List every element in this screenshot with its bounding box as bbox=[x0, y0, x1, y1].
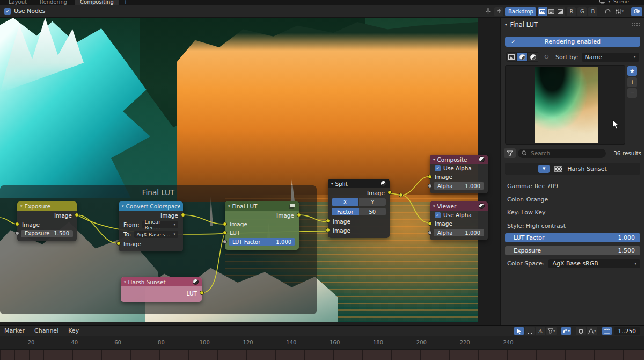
timeline-editor: MarkerChannelKey ⚠ ▾ ▾ ▾ 1..250 20406080… bbox=[0, 325, 644, 360]
node-composite[interactable]: ▾ Composite ✓ Use Alpha Image Alpha 1.00… bbox=[430, 155, 488, 193]
snap-icon[interactable]: ▾ bbox=[561, 327, 572, 335]
image-output-socket[interactable] bbox=[297, 213, 301, 217]
rendering-enabled-button[interactable]: ✓ Rendering enabled bbox=[505, 37, 640, 47]
ruler-tick-140: 140 bbox=[286, 340, 296, 345]
backdrop-toggle-button[interactable]: Backdrop bbox=[505, 7, 536, 16]
split-factor-slider[interactable]: Factor 50 bbox=[332, 208, 386, 215]
image-input-socket[interactable] bbox=[326, 219, 330, 223]
warning-icon[interactable]: ⚠ bbox=[536, 327, 545, 335]
timeline-menu-marker[interactable]: Marker bbox=[4, 327, 25, 334]
image-input-socket[interactable] bbox=[15, 222, 19, 226]
backdrop-color-button[interactable] bbox=[547, 7, 556, 16]
collapse-chevron-icon[interactable]: ▾ bbox=[124, 280, 126, 284]
view-sphere-color-icon[interactable] bbox=[517, 52, 528, 62]
backdrop-alpha-button[interactable] bbox=[556, 7, 565, 16]
tab-rendering[interactable]: Rendering bbox=[34, 0, 72, 5]
search-input-wrap[interactable] bbox=[518, 149, 606, 158]
alpha-input-socket[interactable] bbox=[428, 184, 432, 188]
collapse-chevron-icon[interactable]: ▾ bbox=[433, 204, 435, 208]
exposure-input-socket[interactable] bbox=[15, 231, 19, 235]
collapse-chevron-icon[interactable]: ▾ bbox=[122, 204, 124, 208]
expand-chevron-button[interactable]: ▼ bbox=[538, 165, 550, 173]
tab-layout[interactable]: Layout bbox=[3, 0, 32, 5]
add-workspace-button[interactable]: + bbox=[121, 0, 130, 5]
backdrop-green-button[interactable]: G bbox=[577, 7, 587, 16]
use-alpha-checkbox[interactable]: ✓ Use Alpha bbox=[435, 212, 472, 218]
image-input-socket[interactable] bbox=[428, 175, 432, 179]
image-input-socket[interactable] bbox=[326, 228, 330, 232]
node-harsh-sunset[interactable]: ▾ Harsh Sunset LUT bbox=[121, 277, 202, 302]
add-button[interactable]: + bbox=[627, 77, 637, 87]
workspace-tabs: LayoutRenderingCompositing+ bbox=[3, 0, 130, 5]
colorspace-select[interactable]: AgX Base sRGB ▾ bbox=[548, 259, 640, 268]
lut-factor-slider[interactable]: LUT Factor 1.000 bbox=[505, 233, 640, 242]
timeline-menu-key[interactable]: Key bbox=[68, 327, 79, 334]
select-tool-icon[interactable] bbox=[514, 327, 524, 335]
node-split[interactable]: ▾ Split Image X Y Factor 50 Image Image bbox=[328, 179, 390, 238]
timeline-ruler[interactable]: 20406080100120140160180200220240 bbox=[0, 336, 644, 350]
node-editor-canvas[interactable]: Final LUT ▾ Exposure Image Image Exposur… bbox=[0, 18, 644, 325]
selected-lut-row[interactable]: ▼ Harsh Sunset bbox=[505, 163, 640, 175]
go-parent-node-tree-button[interactable] bbox=[494, 7, 503, 16]
collapse-chevron-icon[interactable]: ▾ bbox=[228, 204, 230, 208]
alpha-value-field[interactable]: Alpha 1.000 bbox=[434, 182, 484, 190]
to-colorspace-select[interactable]: AgX Base s... ▾ bbox=[134, 231, 178, 238]
lut-input-socket[interactable] bbox=[223, 231, 227, 235]
snap-settings-icon[interactable]: ▾ bbox=[614, 7, 625, 16]
lut-preview-box[interactable] bbox=[505, 65, 625, 145]
alpha-input-socket[interactable] bbox=[428, 231, 432, 235]
image-input-socket[interactable] bbox=[116, 241, 121, 246]
lut-factor-slider[interactable]: LUT Factor 1.000 bbox=[229, 238, 295, 246]
render-range-icon[interactable] bbox=[602, 327, 612, 335]
panel-header-final-lut[interactable]: ▾ Final LUT bbox=[505, 21, 538, 28]
lut-factor-input-socket[interactable] bbox=[223, 240, 227, 244]
snap-magnet-icon[interactable] bbox=[603, 7, 612, 16]
scene-selector[interactable]: ▾ Scene bbox=[599, 0, 629, 4]
use-nodes-checkbox[interactable]: ✓ Use Nodes bbox=[4, 8, 46, 15]
from-colorspace-select[interactable]: Linear Rec.... ▾ bbox=[142, 221, 178, 228]
image-input-socket[interactable] bbox=[428, 221, 432, 226]
node-viewer[interactable]: ▾ Viewer ✓ Use Alpha Image Alpha 1.000 bbox=[430, 201, 488, 240]
backdrop-red-button[interactable]: R bbox=[567, 7, 576, 16]
view-image-icon[interactable] bbox=[506, 52, 517, 62]
image-output-socket[interactable] bbox=[387, 190, 392, 195]
proportional-edit-icon[interactable] bbox=[576, 327, 586, 335]
tab-compositing[interactable]: Compositing bbox=[75, 0, 119, 5]
sort-by-select[interactable]: Name ▾ bbox=[582, 53, 639, 62]
refresh-icon[interactable]: ↻ bbox=[544, 53, 549, 61]
frame-range-field[interactable]: 1..250 bbox=[614, 327, 640, 335]
pin-icon[interactable] bbox=[484, 7, 493, 16]
node-group-icon bbox=[290, 204, 295, 207]
use-alpha-checkbox[interactable]: ✓ Use Alpha bbox=[435, 165, 472, 171]
image-output-socket[interactable] bbox=[181, 213, 185, 217]
exposure-value-field[interactable]: Exposure 1.500 bbox=[21, 230, 73, 237]
input-image-label: Image bbox=[333, 227, 350, 234]
exposure-slider[interactable]: Exposure 1.500 bbox=[505, 246, 640, 255]
backdrop-color-alpha-button[interactable] bbox=[538, 7, 547, 16]
box-select-icon[interactable] bbox=[525, 327, 535, 335]
image-input-socket[interactable] bbox=[223, 222, 227, 226]
alpha-value-field[interactable]: Alpha 1.000 bbox=[434, 229, 484, 236]
falloff-curve-icon[interactable]: ▾ bbox=[587, 327, 597, 335]
overlays-toggle-icon[interactable] bbox=[631, 7, 642, 16]
remove-button[interactable]: − bbox=[627, 88, 637, 98]
backdrop-blue-button[interactable]: B bbox=[588, 7, 597, 16]
node-convert-colorspace[interactable]: ▾ Convert Colorspace Image From: Linear … bbox=[119, 201, 183, 251]
timeline-menu-channel[interactable]: Channel bbox=[34, 327, 58, 334]
filter-funnel-icon[interactable]: ▾ bbox=[546, 327, 557, 335]
image-output-socket[interactable] bbox=[75, 213, 79, 217]
view-sphere-mono-icon[interactable] bbox=[528, 52, 538, 62]
axis-x-button[interactable]: X bbox=[332, 198, 358, 206]
axis-y-button[interactable]: Y bbox=[359, 198, 386, 206]
node-final-lut-group[interactable]: ▾ Final LUT Image Image LUT LUT Factor 1… bbox=[225, 201, 299, 250]
collapse-chevron-icon[interactable]: ▾ bbox=[433, 157, 435, 162]
search-input[interactable] bbox=[530, 149, 589, 157]
favorite-star-button[interactable]: ★ bbox=[627, 66, 637, 76]
timeline-keyframe-strip[interactable] bbox=[0, 350, 644, 360]
filter-funnel-button[interactable] bbox=[504, 148, 516, 158]
lut-output-socket[interactable] bbox=[200, 291, 204, 295]
collapse-chevron-icon[interactable]: ▾ bbox=[20, 204, 23, 208]
panel-drag-handle[interactable] bbox=[632, 23, 640, 27]
collapse-chevron-icon[interactable]: ▾ bbox=[331, 182, 333, 186]
node-exposure[interactable]: ▾ Exposure Image Image Exposure 1.500 bbox=[17, 201, 77, 241]
